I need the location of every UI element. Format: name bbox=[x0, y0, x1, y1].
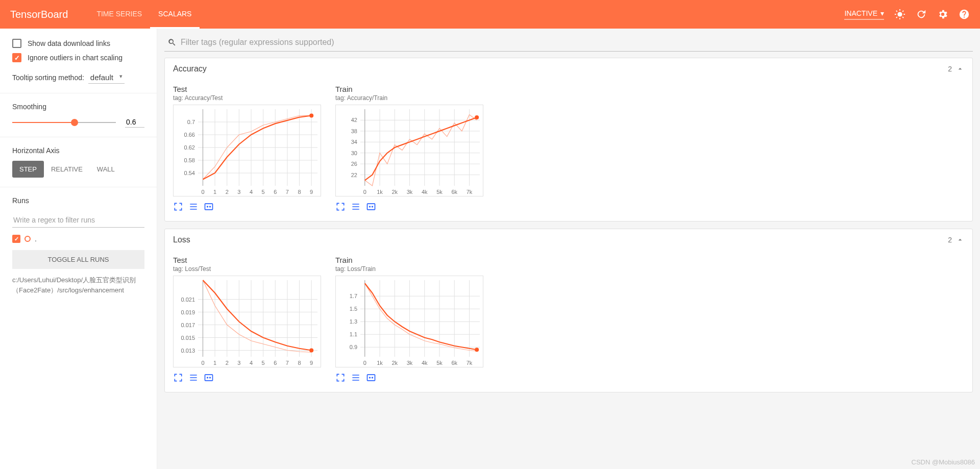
dropdown-icon: ▾ bbox=[880, 9, 884, 17]
run-checkbox[interactable] bbox=[12, 235, 20, 243]
ignore-outliers-label: Ignore outliers in chart scaling bbox=[28, 54, 122, 62]
tooltip-sort-value: default bbox=[88, 71, 125, 84]
svg-text:34: 34 bbox=[351, 139, 357, 145]
svg-text:4k: 4k bbox=[422, 189, 428, 195]
svg-text:0.019: 0.019 bbox=[181, 309, 195, 315]
svg-line-7 bbox=[896, 17, 897, 18]
fullscreen-icon[interactable] bbox=[173, 202, 183, 212]
fullscreen-icon[interactable] bbox=[173, 373, 183, 383]
svg-text:2k: 2k bbox=[391, 189, 398, 195]
list-icon[interactable] bbox=[188, 373, 199, 383]
sidebar: Show data download links Ignore outliers… bbox=[0, 29, 157, 469]
svg-text:42: 42 bbox=[351, 117, 357, 123]
svg-text:9: 9 bbox=[310, 189, 313, 195]
svg-text:5k: 5k bbox=[436, 189, 443, 195]
ignore-outliers-row[interactable]: Ignore outliers in chart scaling bbox=[12, 53, 144, 62]
search-icon bbox=[167, 38, 177, 47]
filter-bar bbox=[164, 34, 973, 52]
chart-card: Test tag: Accuracy/Test 0.540.580.620.66… bbox=[173, 85, 326, 212]
axis-step-button[interactable]: STEP bbox=[12, 161, 44, 178]
svg-text:2: 2 bbox=[226, 189, 229, 195]
tooltip-sort-select[interactable]: default bbox=[88, 71, 125, 84]
chart-plot[interactable]: 0.0130.0150.0170.0190.0210123456789 bbox=[173, 276, 321, 367]
category-header[interactable]: Loss 2 bbox=[165, 229, 972, 251]
inactive-dropdown[interactable]: INACTIVE ▾ bbox=[844, 9, 884, 20]
svg-text:2k: 2k bbox=[391, 360, 398, 366]
toggle-all-runs-button[interactable]: TOGGLE ALL RUNS bbox=[12, 250, 144, 269]
show-download-label: Show data download links bbox=[28, 39, 110, 47]
horizontal-axis-label: Horizontal Axis bbox=[12, 146, 144, 155]
svg-text:1k: 1k bbox=[377, 189, 383, 195]
svg-text:7k: 7k bbox=[467, 189, 473, 195]
refresh-icon[interactable] bbox=[916, 9, 927, 20]
svg-rect-41 bbox=[205, 204, 213, 210]
chart-card: Train tag: Loss/Train 0.91.11.31.51.701k… bbox=[335, 256, 488, 383]
svg-rect-109 bbox=[205, 375, 213, 381]
run-row[interactable]: . bbox=[12, 235, 144, 243]
fit-icon[interactable] bbox=[366, 202, 376, 212]
run-name: . bbox=[35, 235, 37, 243]
ignore-outliers-checkbox[interactable] bbox=[12, 53, 21, 62]
svg-point-108 bbox=[309, 349, 313, 353]
chart-tag: tag: Accuracy/Train bbox=[335, 94, 488, 102]
chart-actions bbox=[335, 373, 488, 383]
svg-text:6: 6 bbox=[274, 360, 277, 366]
svg-text:0.9: 0.9 bbox=[350, 344, 357, 350]
list-icon[interactable] bbox=[188, 202, 199, 212]
brightness-icon[interactable] bbox=[894, 9, 905, 20]
svg-point-139 bbox=[475, 348, 479, 352]
svg-text:3k: 3k bbox=[407, 189, 413, 195]
tab-scalars[interactable]: SCALARS bbox=[150, 0, 200, 29]
fit-icon[interactable] bbox=[204, 373, 214, 383]
smoothing-input[interactable] bbox=[125, 117, 144, 128]
svg-text:1.5: 1.5 bbox=[350, 306, 357, 312]
watermark: CSDN @Mobius8086 bbox=[912, 458, 975, 466]
svg-text:5: 5 bbox=[262, 360, 265, 366]
svg-text:22: 22 bbox=[351, 172, 357, 178]
svg-text:7k: 7k bbox=[467, 360, 473, 366]
chevron-up-icon bbox=[956, 236, 964, 244]
category-title: Accuracy bbox=[173, 64, 207, 73]
category-loss: Loss 2 Test tag: Loss/Test 0.0130.0150.0… bbox=[164, 229, 973, 392]
svg-text:0.66: 0.66 bbox=[184, 132, 195, 138]
list-icon[interactable] bbox=[351, 373, 361, 383]
svg-point-110 bbox=[207, 377, 208, 379]
show-download-row[interactable]: Show data download links bbox=[12, 39, 144, 48]
chart-tag: tag: Accuracy/Test bbox=[173, 94, 326, 102]
settings-icon[interactable] bbox=[937, 9, 948, 20]
tooltip-sort-label: Tooltip sorting method: bbox=[12, 73, 84, 82]
svg-text:1.1: 1.1 bbox=[350, 331, 357, 337]
inactive-label: INACTIVE bbox=[844, 9, 877, 17]
svg-point-40 bbox=[309, 114, 313, 118]
runs-filter-input[interactable] bbox=[12, 213, 144, 228]
smoothing-slider[interactable] bbox=[12, 118, 116, 127]
fit-icon[interactable] bbox=[366, 373, 376, 383]
fit-icon[interactable] bbox=[204, 202, 214, 212]
category-header[interactable]: Accuracy 2 bbox=[165, 58, 972, 80]
axis-wall-button[interactable]: WALL bbox=[90, 161, 122, 178]
fullscreen-icon[interactable] bbox=[335, 202, 346, 212]
filter-tags-input[interactable] bbox=[181, 36, 970, 49]
horizontal-axis-buttons: STEPRELATIVEWALL bbox=[12, 161, 144, 178]
show-download-checkbox[interactable] bbox=[12, 39, 21, 48]
svg-text:9: 9 bbox=[310, 360, 313, 366]
fullscreen-icon[interactable] bbox=[335, 373, 346, 383]
smoothing-label: Smoothing bbox=[12, 103, 144, 111]
chart-plot[interactable]: 22263034384201k2k3k4k5k6k7k bbox=[335, 105, 483, 196]
chart-plot[interactable]: 0.91.11.31.51.701k2k3k4k5k6k7k bbox=[335, 276, 483, 367]
axis-relative-button[interactable]: RELATIVE bbox=[44, 161, 90, 178]
svg-text:0.015: 0.015 bbox=[181, 335, 195, 341]
svg-text:6: 6 bbox=[274, 189, 277, 195]
logo: TensorBoard bbox=[10, 9, 68, 20]
chart-title: Train bbox=[335, 85, 488, 93]
runs-label: Runs bbox=[12, 196, 144, 205]
chart-tag: tag: Loss/Train bbox=[335, 265, 488, 273]
svg-text:0.54: 0.54 bbox=[184, 170, 195, 176]
tab-time-series[interactable]: TIME SERIES bbox=[88, 0, 150, 29]
svg-text:4: 4 bbox=[250, 360, 253, 366]
help-icon[interactable] bbox=[959, 9, 970, 20]
svg-text:6k: 6k bbox=[451, 189, 457, 195]
content-area: Accuracy 2 Test tag: Accuracy/Test 0.540… bbox=[157, 29, 980, 469]
chart-plot[interactable]: 0.540.580.620.660.70123456789 bbox=[173, 105, 321, 196]
list-icon[interactable] bbox=[351, 202, 361, 212]
